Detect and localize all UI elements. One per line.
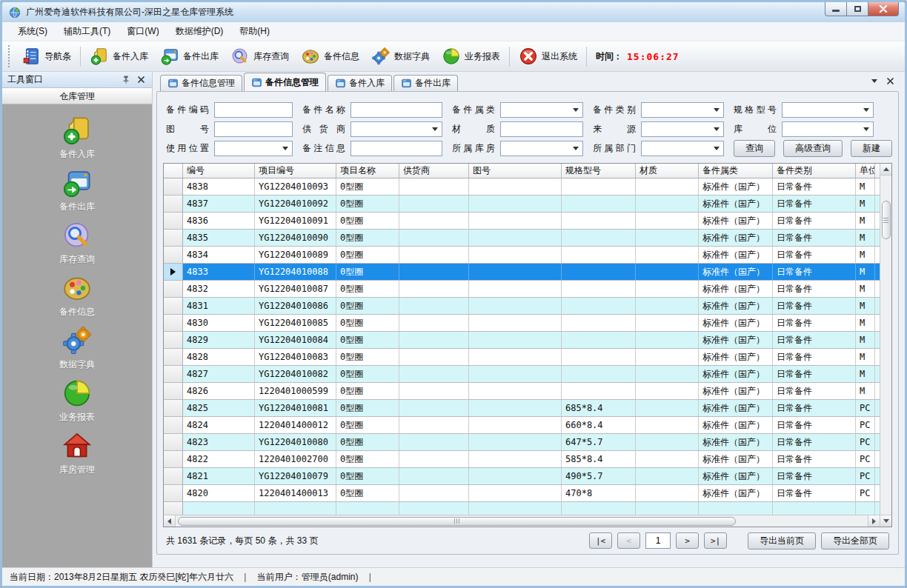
search-dropdown[interactable] [500, 102, 583, 118]
table-row[interactable]: 482612204010005990型圈标准件（国产）日常备件M [164, 383, 880, 400]
tab-item[interactable]: 备件出库 [393, 75, 458, 91]
row-selector[interactable] [164, 315, 183, 331]
column-header[interactable]: 供货商 [399, 164, 469, 178]
table-row[interactable]: 4837YG122040100920型圈标准件（国产）日常备件M [164, 196, 880, 213]
search-dropdown[interactable] [641, 102, 724, 118]
column-header[interactable]: 规格型号 [562, 164, 636, 178]
row-selector[interactable] [164, 178, 183, 195]
row-selector[interactable] [164, 417, 183, 433]
sidebar-item[interactable]: 备件出库 [59, 167, 95, 213]
column-header[interactable]: 材质 [636, 164, 699, 178]
menu-item[interactable]: 窗口(W) [119, 22, 167, 41]
search-dropdown[interactable] [350, 121, 442, 137]
scroll-right-icon[interactable] [868, 515, 880, 527]
menu-item[interactable]: 帮助(H) [231, 22, 278, 41]
table-row[interactable]: 4830YG122040100850型圈标准件（国产）日常备件M [164, 315, 880, 332]
sidebar-section-header[interactable]: 仓库管理 [2, 88, 152, 104]
table-row[interactable]: 4831YG122040100860型圈标准件（国产）日常备件M [164, 298, 880, 315]
toolbar-button[interactable]: 备件出库 [154, 44, 225, 68]
search-dropdown[interactable] [641, 141, 724, 156]
search-dropdown[interactable] [500, 141, 583, 156]
search-dropdown[interactable] [641, 121, 724, 137]
menu-item[interactable]: 数据维护(D) [167, 22, 232, 41]
pin-icon[interactable] [122, 75, 130, 84]
menu-item[interactable]: 辅助工具(T) [56, 22, 119, 41]
row-selector[interactable] [164, 230, 183, 246]
scroll-up-icon[interactable] [880, 164, 891, 176]
vertical-scroll-thumb[interactable] [882, 201, 891, 239]
search-text-input[interactable] [350, 141, 442, 156]
row-selector[interactable] [164, 213, 183, 229]
sidebar-item[interactable]: 库房管理 [59, 430, 95, 476]
table-row[interactable]: 4832YG122040100870型圈标准件（国产）日常备件M [164, 281, 880, 298]
toolbar-button[interactable]: 备件信息 [295, 44, 365, 68]
table-row[interactable]: 4835YG122040100900型圈标准件（国产）日常备件M [164, 230, 880, 247]
column-header[interactable] [164, 164, 183, 178]
row-selector[interactable] [164, 247, 183, 263]
export-current-page-button[interactable]: 导出当前页 [748, 532, 816, 549]
scroll-down-icon[interactable] [880, 515, 891, 527]
row-selector[interactable] [164, 400, 183, 416]
column-header[interactable]: 项目编号 [255, 164, 336, 178]
query-button[interactable]: 查询 [734, 140, 775, 157]
new-button[interactable]: 新建 [851, 140, 892, 157]
toolbar-button[interactable]: 数据字典 [365, 44, 436, 68]
search-text-input[interactable] [214, 121, 293, 137]
table-row[interactable]: 4829YG122040100840型圈标准件（国产）日常备件M [164, 332, 880, 349]
vertical-scrollbar[interactable] [880, 164, 891, 527]
row-selector[interactable] [164, 451, 183, 467]
menu-item[interactable]: 系统(S) [10, 22, 56, 41]
minimize-button[interactable] [825, 2, 847, 16]
table-row[interactable]: 482012204014000130型圈470*8标准件（国产）日常备件PC [164, 485, 880, 502]
scroll-left-icon[interactable] [164, 515, 176, 527]
toolbar-button[interactable]: 备件入库 [84, 44, 154, 68]
close-button[interactable] [868, 2, 899, 16]
table-row[interactable]: 4833YG122040100880型圈标准件（国产）日常备件M [164, 264, 880, 281]
column-header[interactable]: 项目名称 [336, 164, 399, 178]
row-selector[interactable] [164, 264, 183, 280]
export-all-pages-button[interactable]: 导出全部页 [821, 532, 889, 549]
row-selector[interactable] [164, 485, 183, 501]
toolbar-button[interactable]: 库存查询 [225, 44, 295, 68]
toolbar-button[interactable]: 导航条 [16, 44, 77, 68]
sidebar-item[interactable]: 备件入库 [59, 115, 95, 161]
row-selector[interactable] [164, 468, 183, 484]
column-header[interactable]: 备件属类 [699, 164, 773, 178]
table-row[interactable]: 482412204014000120型圈660*8.4标准件（国产）日常备件PC [164, 417, 880, 434]
tab-list-dropdown-icon[interactable] [871, 79, 877, 83]
search-text-input[interactable] [500, 121, 583, 137]
table-row[interactable]: 4836YG122040100910型圈标准件（国产）日常备件M [164, 213, 880, 230]
row-selector[interactable] [164, 366, 183, 382]
first-page-button[interactable]: |< [589, 532, 612, 549]
sidebar-item[interactable]: 备件信息 [59, 273, 95, 318]
column-header[interactable]: 图号 [469, 164, 562, 178]
horizontal-scroll-thumb[interactable] [178, 517, 736, 526]
prev-page-button[interactable]: < [617, 532, 640, 549]
tab-item[interactable]: 备件入库 [328, 75, 392, 91]
search-dropdown[interactable] [782, 102, 874, 118]
row-selector[interactable] [164, 349, 183, 365]
horizontal-scrollbar[interactable] [164, 515, 880, 527]
restore-button[interactable] [847, 2, 868, 16]
tab-close-icon[interactable] [886, 77, 894, 85]
row-selector[interactable] [164, 332, 183, 348]
column-header[interactable]: 单位 [856, 164, 875, 178]
column-header[interactable]: 编号 [183, 164, 255, 178]
table-row[interactable]: 4827YG122040100820型圈标准件（国产）日常备件M [164, 366, 880, 383]
toolbar-grip[interactable] [8, 45, 11, 67]
tab-active[interactable]: 备件信息管理 [244, 73, 326, 91]
table-row[interactable]: 4821YG122040100790型圈490*5.7标准件（国产）日常备件PC [164, 468, 880, 485]
row-selector[interactable] [164, 434, 183, 450]
search-text-input[interactable] [214, 102, 293, 118]
row-selector[interactable] [164, 298, 183, 314]
tab-item[interactable]: 备件信息管理 [160, 75, 242, 91]
next-page-button[interactable]: > [676, 532, 699, 549]
advanced-query-button[interactable]: 高级查询 [783, 140, 843, 157]
table-row[interactable]: 4838YG122040100930型圈标准件（国产）日常备件M [164, 178, 880, 196]
last-page-button[interactable]: >| [704, 532, 727, 549]
sidebar-item[interactable]: 数据字典 [59, 325, 95, 371]
table-row[interactable]: 4825YG122040100810型圈685*8.4标准件（国产）日常备件PC [164, 400, 880, 417]
column-header[interactable]: 备件类别 [773, 164, 856, 178]
row-selector[interactable] [164, 383, 183, 399]
table-row[interactable]: 4828YG122040100830型圈标准件（国产）日常备件M [164, 349, 880, 366]
